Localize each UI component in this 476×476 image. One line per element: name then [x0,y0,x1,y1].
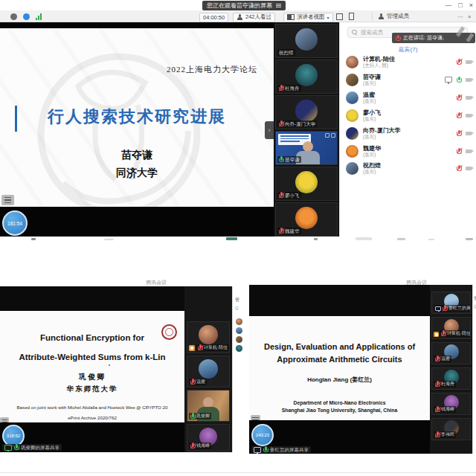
member-row[interactable]: 温蜜(嘉宾) [346,89,473,106]
member-role: (嘉宾) [363,134,452,139]
floating-timer-badge[interactable]: 181:54 [2,210,28,236]
participant-name: 杜海舟 [441,381,454,387]
camera-off-icon[interactable] [466,167,472,170]
banner-menu-icon[interactable] [276,2,281,9]
presentation-slide: Design, Evaluation and Applications of A… [249,316,430,420]
video-thumbnail[interactable]: 温蜜 [431,342,471,364]
slide-organization: 华东师范大学 [0,385,184,394]
mic-muted-icon[interactable] [457,165,461,172]
avatar [295,207,318,229]
member-row[interactable]: 计算机-陆佳(主持人, 我) [346,54,473,70]
video-thumbnail[interactable]: 姜红兰的屏幕共享 [431,292,471,314]
member-icon [378,13,385,19]
close-button[interactable]: × [469,1,473,9]
audio-status-icon[interactable] [23,13,30,20]
info-icon[interactable] [10,13,17,20]
participant-name: 计算机-陆佳 [204,344,228,351]
panel-more-button[interactable]: ⋯ [457,13,463,21]
guest-group-label[interactable]: 嘉宾(7) [340,45,476,54]
network-signal-icon [36,13,42,20]
avatar [199,359,218,379]
member-name: 苗夺谦 [363,74,440,80]
camera-off-icon[interactable] [466,132,472,135]
floating-timer-badge[interactable]: 243:23 [251,424,274,446]
mic-muted-icon[interactable] [457,59,461,65]
camera-off-icon[interactable] [466,149,472,153]
meeting-timer: 04:00:50 [199,13,228,22]
maximize-button[interactable]: □ [458,1,462,9]
avatar [236,336,242,343]
member-row[interactable]: 苗夺谦(嘉宾) [346,71,473,88]
fullscreen-button[interactable] [336,13,343,21]
list-icon [4,196,11,205]
shared-screen-area: 2022上海电力大学论坛 行人搜索技术研究进展 苗夺谦 同济大学 › 181:5… [0,22,274,237]
panel-close-button[interactable]: × [468,13,471,21]
member-row[interactable]: 祝烈煌(嘉宾) [346,160,473,176]
video-thumbnail[interactable]: 杜海舟 [431,367,471,390]
video-thumbnail-speaker[interactable]: 巩俊卿 [187,390,230,422]
mic-live-icon[interactable] [457,77,461,83]
bottom-left-meeting-window: Functional Encryption for Attribute-Weig… [0,278,246,476]
video-thumbnail[interactable]: 温蜜 [187,356,230,387]
avatar [346,91,358,104]
slide-organization: Shanghai Jiao Tong University, Shanghai,… [249,408,430,413]
viewer-count[interactable]: 242人看过 [233,13,275,22]
video-thumbnail[interactable]: 杜海舟 [275,60,338,94]
avatar [236,327,242,334]
video-thumbnail[interactable]: 钱海峰 [431,393,471,415]
agenda-list-button[interactable] [1,195,14,205]
presentation-slide: Functional Encryption for Attribute-Weig… [0,311,184,422]
panel-expand-handle[interactable]: › [265,121,274,139]
search-placeholder: 搜索成员 [361,29,383,36]
pin-icon[interactable] [325,133,329,138]
mic-muted-icon [279,228,283,234]
member-role: (嘉宾) [363,116,452,121]
video-thumbnail-strip: 姜红兰的屏幕共享 计算机-陆佳 温蜜 杜海舟 钱海峰 [430,285,472,454]
expand-icon[interactable] [331,133,335,138]
participant-name: 温蜜 [196,379,205,385]
minimize-button[interactable]: — [445,1,451,9]
video-thumbnail[interactable]: 计算机-陆佳 [431,317,471,339]
camera-off-icon[interactable] [466,114,472,118]
layout-button[interactable] [349,13,354,21]
avatar [295,171,318,193]
video-thumbnail[interactable]: 廖小飞 [275,167,338,201]
participant-name: 祝烈煌 [279,49,294,56]
mic-muted-icon[interactable] [457,94,461,101]
mic-muted-icon[interactable] [457,112,461,119]
slide-speaker: 苗夺谦 [0,149,274,162]
member-name: 魏建华 [363,145,452,152]
video-thumbnail[interactable]: 魏建华 [275,202,338,237]
camera-off-icon[interactable] [466,60,472,64]
member-row[interactable]: 魏建华(嘉宾) [346,143,473,159]
member-role: (嘉宾) [363,152,452,157]
member-name: 计算机-陆佳 [363,56,452,62]
mic-muted-icon [279,120,283,127]
video-thumbnail[interactable]: 祝烈煌 [275,24,338,58]
mic-live-icon [14,444,19,451]
panel-title-clip: 管 [235,297,239,303]
screen-share-label: 姜红兰的屏幕共享 [270,446,309,453]
camera-off-icon[interactable] [466,96,472,100]
letterbox-top [0,286,184,311]
mic-muted-icon[interactable] [457,130,461,137]
video-thumbnail[interactable]: 钱海峰 [187,424,230,451]
video-thumbnail[interactable]: 李伟民 [431,418,471,440]
avatar [346,145,358,158]
participant-name: 姜红兰的屏幕共享 [448,305,471,312]
slide-title-line2: Attribute-Weighted Sums from k-Lin [0,353,184,361]
mic-muted-icon[interactable] [457,148,461,155]
member-name: 廖小飞 [363,109,452,116]
title-accent-bar [15,106,17,132]
member-row[interactable]: 向乔-厦门大学(嘉宾) [346,125,473,141]
camera-off-icon[interactable] [466,78,472,82]
member-row[interactable]: 廖小飞(嘉宾) [346,107,473,123]
view-mode-selector[interactable]: 演讲者视图 ▾ [283,13,333,22]
participant-name: 计算机-陆佳 [447,330,471,337]
participant-name: 向乔-厦门大学 [285,120,315,127]
video-thumbnail-speaker[interactable]: 苗夺谦 [275,131,338,165]
viewing-banner-text: 您正在观看苗夺谦的屏幕 [207,1,272,10]
avatar [346,127,358,140]
video-thumbnail[interactable]: 计算机-陆佳 [187,321,230,353]
video-thumbnail[interactable]: 向乔-厦门大学 [275,95,338,129]
